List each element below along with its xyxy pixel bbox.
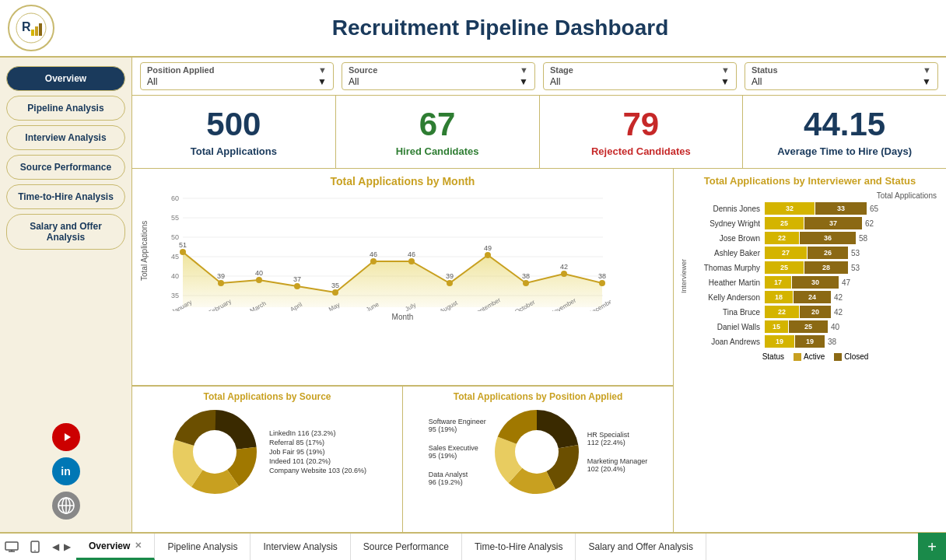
- donut-position-labels-right: HR Specialist112 (22.4%) Marketing Manag…: [587, 429, 648, 474]
- tab-timetohire[interactable]: Time-to-Hire Analysis: [462, 534, 576, 560]
- bar-total-daniel: 40: [831, 323, 839, 331]
- line-chart-x-label: Month: [140, 313, 665, 321]
- tablet-icon[interactable]: [23, 541, 47, 553]
- table-row: Tina Bruce 22 20 42: [691, 306, 940, 318]
- web-icon[interactable]: [52, 492, 80, 520]
- bar-track-joan: 19 19: [765, 335, 825, 348]
- svg-text:R: R: [22, 20, 31, 33]
- donut-source-wrap: LinkedIn 116 (23.2%) Referral 85 (17%) J…: [138, 405, 396, 499]
- bar-track-jose: 22 36: [765, 232, 856, 244]
- bar-track-ashley: 27 26: [765, 247, 848, 259]
- filters-bar: Position Applied▼ All▼ Source▼ All▼ Stag…: [132, 58, 946, 96]
- filter-position[interactable]: Position Applied▼ All▼: [140, 62, 334, 90]
- sidebar-item-pipeline[interactable]: Pipeline Analysis: [6, 96, 125, 121]
- tab-pipeline[interactable]: Pipeline Analysis: [155, 534, 251, 560]
- legend-active: Active: [794, 352, 825, 361]
- donut-position-svg: [494, 405, 580, 499]
- bar-name-jose: Jose Brown: [691, 234, 765, 243]
- youtube-icon[interactable]: [52, 423, 80, 451]
- svg-text:46: 46: [370, 250, 377, 258]
- bar-name-tina: Tina Bruce: [691, 308, 765, 317]
- line-chart-y-label: Total Applications: [140, 191, 149, 311]
- svg-point-71: [515, 430, 559, 474]
- svg-text:January: January: [170, 299, 193, 311]
- total-apps-axis-label: Total Applications: [691, 191, 940, 200]
- bar-closed-jose: 36: [800, 232, 856, 244]
- tab-overview[interactable]: Overview ✕: [76, 534, 155, 560]
- bottom-charts: Total Applications by Source: [132, 386, 673, 532]
- svg-text:60: 60: [171, 194, 179, 202]
- tab-salary[interactable]: Salary and Offer Analysis: [576, 534, 706, 560]
- line-chart-container: Total Applications by Month Total Applic…: [132, 169, 673, 386]
- bar-chart-area: Total Applications Dennis Jones 32 33 65…: [691, 191, 940, 361]
- bar-track-heather: 17 30: [765, 276, 839, 289]
- filter-source[interactable]: Source▼ All▼: [342, 62, 535, 90]
- filter-position-value: All: [147, 76, 157, 87]
- tab-source[interactable]: Source Performance: [351, 534, 462, 560]
- donut-position-section: Total Applications by Position Applied S…: [403, 387, 673, 532]
- kpi-rejected-label: Rejected Candidates: [548, 145, 735, 157]
- svg-rect-72: [5, 542, 18, 550]
- table-row: Heather Martin 17 30 47: [691, 276, 940, 289]
- svg-point-33: [523, 280, 529, 286]
- bar-active-ashley: 27: [765, 247, 807, 259]
- legend-active-label: Active: [804, 352, 825, 361]
- legend-active-dot: [794, 353, 801, 361]
- sidebar-item-timetohire[interactable]: Time-to-Hire Analysis: [6, 184, 125, 209]
- donut-source-svg: [168, 405, 261, 499]
- chevron-down-icon5: ▼: [922, 76, 931, 87]
- charts-row: Total Applications by Month Total Applic…: [132, 169, 946, 532]
- donut-label-referral: Referral 85 (17%): [269, 439, 366, 446]
- bar-name-kelly: Kelly Anderson: [691, 293, 765, 302]
- tab-interview[interactable]: Interview Analysis: [251, 534, 350, 560]
- bar-track-kelly: 18 24: [765, 291, 831, 303]
- right-chart-inner: Interviewer Total Applications Dennis Jo…: [680, 191, 940, 361]
- arrow-right[interactable]: ▶: [61, 541, 73, 552]
- legend-closed-label: Closed: [844, 352, 868, 361]
- donut-label-linkedin: LinkedIn 116 (23.2%): [269, 429, 366, 437]
- kpi-avg-number: 44.15: [751, 107, 938, 142]
- kpi-hired-number: 67: [344, 107, 531, 142]
- legend-closed: Closed: [834, 352, 868, 361]
- donut-source-labels: LinkedIn 116 (23.2%) Referral 85 (17%) J…: [269, 428, 366, 476]
- svg-text:38: 38: [598, 272, 606, 280]
- linkedin-icon[interactable]: in: [52, 457, 80, 485]
- sidebar-item-source[interactable]: Source Performance: [6, 155, 125, 180]
- bar-total-kelly: 42: [834, 293, 843, 302]
- bar-closed-dennis: 33: [815, 202, 867, 215]
- bar-total-jose: 58: [859, 234, 867, 243]
- add-tab-button[interactable]: +: [918, 533, 946, 560]
- tab-pipeline-label: Pipeline Analysis: [167, 541, 237, 552]
- svg-rect-3: [35, 26, 38, 36]
- kpi-avg-label: Average Time to Hire (Days): [751, 145, 938, 157]
- svg-text:50: 50: [171, 233, 179, 241]
- tab-close-overview[interactable]: ✕: [135, 541, 142, 551]
- filter-status[interactable]: Status▼ All▼: [745, 62, 938, 90]
- sidebar-item-interview[interactable]: Interview Analysis: [6, 125, 125, 150]
- svg-point-24: [180, 249, 186, 255]
- line-chart-wrap: Total Applications: [140, 191, 665, 311]
- filter-stage-value: All: [550, 76, 560, 87]
- screen-icon[interactable]: [0, 541, 23, 552]
- svg-text:42: 42: [560, 263, 568, 271]
- kpi-total-number: 500: [140, 107, 328, 142]
- arrow-left[interactable]: ◀: [50, 541, 61, 552]
- bar-active-heather: 17: [765, 276, 791, 289]
- sidebar-item-salary[interactable]: Salary and Offer Analysis: [6, 214, 125, 250]
- filter-source-label: Source: [349, 65, 377, 75]
- table-row: Daniel Walls 15 25 40: [691, 320, 940, 333]
- chevron-down-icon: ▼: [318, 65, 327, 75]
- sidebar-item-overview[interactable]: Overview: [6, 66, 125, 91]
- filter-stage[interactable]: Stage▼ All▼: [543, 62, 737, 90]
- bar-total-joan: 38: [828, 338, 836, 346]
- kpi-hired-label: Hired Candidates: [344, 145, 531, 157]
- chevron-down-icon3: ▼: [519, 76, 528, 87]
- svg-text:55: 55: [171, 214, 179, 222]
- donut-label-marketing: Marketing Manager102 (20.4%): [587, 457, 648, 473]
- bar-active-sydney: 25: [765, 217, 804, 229]
- svg-point-76: [34, 550, 36, 551]
- svg-text:51: 51: [179, 241, 187, 249]
- svg-text:39: 39: [446, 272, 454, 280]
- main: Overview Pipeline Analysis Interview Ana…: [0, 58, 946, 532]
- donut-position-labels-left: Software Engineer95 (19%) Sales Executiv…: [429, 416, 486, 488]
